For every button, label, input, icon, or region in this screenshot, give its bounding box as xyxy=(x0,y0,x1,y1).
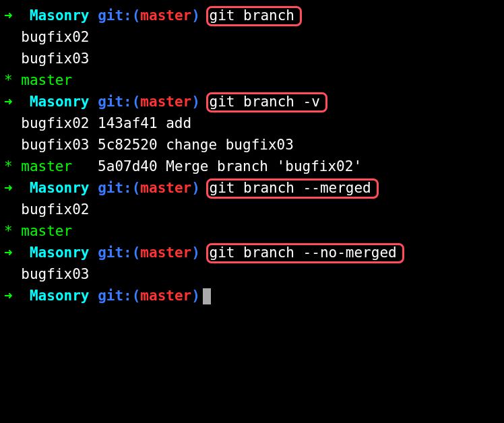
current-branch: master xyxy=(13,70,73,92)
git-label: git: xyxy=(98,92,132,113)
output-line: * master xyxy=(4,221,500,242)
output-line: bugfix03 xyxy=(4,264,500,286)
output-text: 5a07d40 Merge branch 'bugfix02' xyxy=(89,156,362,178)
output-line: bugfix03 5c82520 change bugfix03 xyxy=(4,135,500,156)
directory-name: Masonry xyxy=(30,242,90,264)
output-text: bugfix03 5c82520 change bugfix03 xyxy=(4,135,294,156)
prompt-line-1: ➜ Masonry git:(master) git branch xyxy=(4,5,500,27)
branch-name: master xyxy=(140,178,191,199)
output-text: bugfix03 xyxy=(4,264,89,286)
command-3: git branch --merged xyxy=(210,178,371,199)
arrow-icon: ➜ xyxy=(4,92,13,113)
paren-close: ) xyxy=(191,92,200,113)
directory-name: Masonry xyxy=(30,178,90,199)
directory-name: Masonry xyxy=(30,92,90,113)
output-line: * master xyxy=(4,70,500,92)
prompt-line-5[interactable]: ➜ Masonry git:(master) xyxy=(4,286,500,307)
branch-name: master xyxy=(140,242,191,264)
output-text: bugfix02 xyxy=(4,199,89,221)
output-line: bugfix02 143af41 add xyxy=(4,113,500,135)
paren-close: ) xyxy=(191,178,200,199)
directory-name: Masonry xyxy=(30,286,90,307)
highlight-box-1: git branch xyxy=(206,6,302,26)
prompt-line-3: ➜ Masonry git:(master) git branch --merg… xyxy=(4,178,500,199)
star-marker: * xyxy=(4,156,13,178)
paren-open: ( xyxy=(132,242,141,264)
highlight-box-2: git branch -v xyxy=(206,92,327,112)
output-line: bugfix02 xyxy=(4,27,500,48)
current-branch: master xyxy=(13,156,90,178)
current-branch: master xyxy=(13,221,73,242)
star-marker: * xyxy=(4,70,13,92)
arrow-icon: ➜ xyxy=(4,5,13,27)
paren-close: ) xyxy=(191,242,200,264)
command-4: git branch --no-merged xyxy=(210,242,397,264)
command-1: git branch xyxy=(210,5,294,27)
command-2: git branch -v xyxy=(210,92,320,113)
cursor-icon[interactable] xyxy=(203,288,211,304)
branch-name: master xyxy=(140,286,191,307)
branch-name: master xyxy=(140,92,191,113)
highlight-box-4: git branch --no-merged xyxy=(206,243,404,263)
paren-close: ) xyxy=(191,5,200,27)
output-text: bugfix02 xyxy=(4,27,89,48)
git-label: git: xyxy=(98,242,132,264)
arrow-icon: ➜ xyxy=(4,178,13,199)
branch-name: master xyxy=(140,5,191,27)
git-label: git: xyxy=(98,286,132,307)
highlight-box-3: git branch --merged xyxy=(206,178,379,199)
paren-open: ( xyxy=(132,286,141,307)
output-line: * master 5a07d40 Merge branch 'bugfix02' xyxy=(4,156,500,178)
output-text: bugfix02 143af41 add xyxy=(4,113,191,135)
git-label: git: xyxy=(98,178,132,199)
paren-open: ( xyxy=(132,5,141,27)
arrow-icon: ➜ xyxy=(4,286,13,307)
prompt-line-4: ➜ Masonry git:(master) git branch --no-m… xyxy=(4,242,500,264)
paren-open: ( xyxy=(132,92,141,113)
paren-close: ) xyxy=(191,286,200,307)
arrow-icon: ➜ xyxy=(4,242,13,264)
git-label: git: xyxy=(98,5,132,27)
output-line: bugfix03 xyxy=(4,48,500,70)
paren-open: ( xyxy=(132,178,141,199)
output-line: bugfix02 xyxy=(4,199,500,221)
star-marker: * xyxy=(4,221,13,242)
prompt-line-2: ➜ Masonry git:(master) git branch -v xyxy=(4,92,500,113)
directory-name: Masonry xyxy=(30,5,90,27)
output-text: bugfix03 xyxy=(4,48,89,70)
